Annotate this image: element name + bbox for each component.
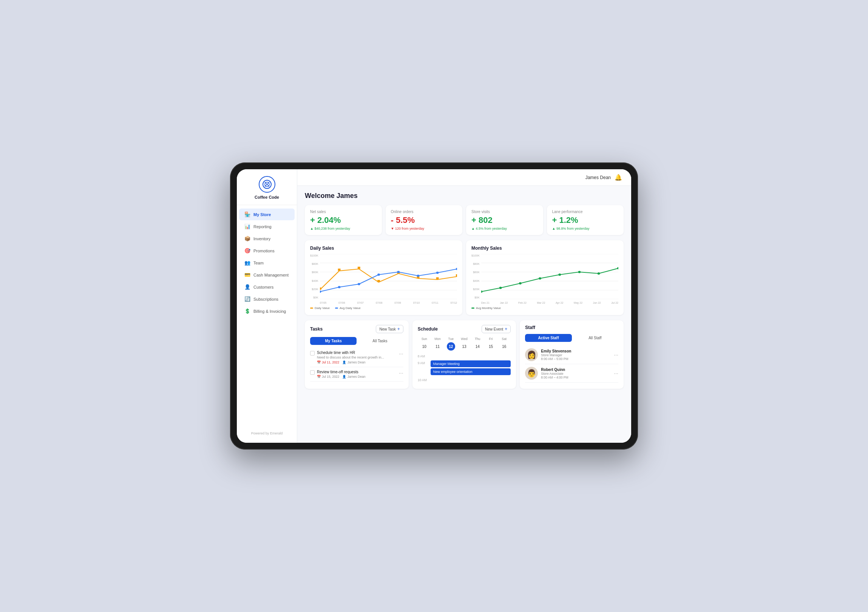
sidebar-item-label: Promotions (253, 249, 274, 253)
svg-rect-10 (320, 288, 321, 290)
kpi-sub: ▲ 98.8% from yesterday (552, 227, 619, 231)
cal-date[interactable]: 15 (487, 342, 495, 350)
kpi-card-netsales: Net sales + 2.04% ▲ $40,238 from yesterd… (305, 205, 382, 235)
daily-sales-chart: Daily Sales $100K $80K $60K $40K $20K $0… (305, 240, 462, 315)
svg-point-37 (578, 271, 581, 273)
sidebar-item-label: Cash Management (253, 273, 288, 277)
schedule-card: Schedule New Event + Sun Mon (412, 320, 516, 389)
staff-role: Store Associate (541, 372, 611, 375)
sidebar-item-label: Inventory (253, 237, 270, 241)
staff-info: Emily Stevenson Store Manager 8:00 AM – … (541, 349, 611, 361)
daily-chart-legend: Daily Value Avg Daily Value (310, 306, 457, 310)
tablet-frame: Coffee Code 🏪 My Store 📊 Reporting 📦 Inv… (230, 163, 638, 449)
svg-point-25 (456, 268, 457, 270)
staff-tabs: Active Staff All Staff (525, 334, 618, 342)
svg-point-24 (436, 272, 439, 274)
task-content: Review time-off requests 📅 Jul 15, 2022 … (317, 370, 397, 378)
tab-active-staff[interactable]: Active Staff (525, 334, 572, 342)
svg-point-35 (539, 277, 541, 280)
sidebar-item-team[interactable]: 👥 Team (239, 257, 294, 269)
daily-chart-title: Daily Sales (310, 246, 457, 251)
monthly-chart-legend: Avg Monthly Value (471, 306, 618, 310)
tasks-card: Tasks New Task + My Tasks All Tasks (305, 320, 409, 389)
main-content: James Dean 🔔 Welcome James Net sales + 2… (297, 169, 631, 443)
sidebar-item-mystore[interactable]: 🏪 My Store (239, 209, 294, 220)
sidebar-item-subscriptions[interactable]: 🔄 Subscriptions (239, 293, 294, 305)
task-date: 📅 Jul 11, 2022 (317, 360, 339, 364)
bottom-row: Tasks New Task + My Tasks All Tasks (305, 320, 624, 389)
monthly-y-labels: $100K $80K $60K $40K $20K $0K (471, 254, 481, 299)
task-meta: 📅 Jul 15, 2022 👤 James Dean (317, 375, 397, 378)
app-name: Coffee Code (254, 195, 279, 200)
cal-date-today[interactable]: 12 (447, 342, 455, 350)
svg-rect-13 (377, 280, 380, 282)
kpi-card-lane: Lane performance + 1.2% ▲ 98.8% from yes… (547, 205, 624, 235)
task-name: Schedule time with HR (317, 350, 397, 355)
staff-hours: 8:00 AM – 4:00 PM (541, 375, 611, 379)
sidebar-nav: 🏪 My Store 📊 Reporting 📦 Inventory 🎯 Pro… (237, 205, 297, 428)
task-checkbox[interactable] (310, 370, 315, 375)
task-meta: 📅 Jul 11, 2022 👤 James Dean (317, 360, 397, 364)
mystore-icon: 🏪 (244, 212, 250, 217)
sidebar-footer: Powered by Emerald (237, 428, 297, 438)
schedule-calendar: Sun Mon Tue Wed Thu Fri Sat 10 (418, 337, 511, 350)
staff-hours: 8:00 AM – 5:00 PM (541, 357, 611, 361)
kpi-value: - 5.5% (391, 215, 457, 225)
sidebar-item-label: Subscriptions (253, 297, 278, 302)
event-new-employee[interactable]: New employee orientation (431, 368, 511, 375)
welcome-title: Welcome James (305, 192, 624, 200)
task-more-icon[interactable]: ··· (399, 370, 403, 376)
staff-header: Staff (525, 325, 618, 330)
kpi-label: Net sales (310, 210, 377, 214)
svg-point-20 (358, 283, 360, 285)
sidebar-item-label: Team (253, 261, 264, 265)
time-label: 8 AM (418, 353, 428, 358)
staff-more-icon[interactable]: ··· (614, 352, 618, 358)
kpi-card-visits: Store visits + 802 ▲ 4.5% from yesterday (466, 205, 543, 235)
tasks-title: Tasks (310, 326, 322, 332)
sidebar-item-promotions[interactable]: 🎯 Promotions (239, 245, 294, 257)
kpi-value: + 1.2% (552, 215, 619, 225)
tab-all-staff[interactable]: All Staff (572, 334, 618, 342)
new-event-button[interactable]: New Event + (482, 325, 511, 333)
staff-item: 👨 Robert Quinn Store Associate 8:00 AM –… (525, 364, 618, 383)
svg-point-33 (499, 287, 502, 289)
header-user: James Dean 🔔 (586, 174, 622, 181)
svg-point-19 (338, 286, 340, 288)
staff-info: Robert Quinn Store Associate 8:00 AM – 4… (541, 367, 611, 379)
staff-more-icon[interactable]: ··· (614, 370, 618, 376)
cash-icon: 💳 (244, 272, 250, 278)
sidebar-item-inventory[interactable]: 📦 Inventory (239, 233, 294, 245)
daily-chart-plot: 07/05 07/06 07/07 07/08 07/09 07/10 07/1… (320, 254, 457, 304)
billing-icon: 💲 (244, 308, 250, 314)
sidebar-item-reporting[interactable]: 📊 Reporting (239, 221, 294, 232)
svg-point-36 (558, 274, 561, 276)
cal-date[interactable]: 14 (473, 342, 482, 350)
new-task-button[interactable]: New Task + (376, 325, 403, 333)
sidebar-item-cash[interactable]: 💳 Cash Management (239, 269, 294, 281)
team-icon: 👥 (244, 260, 250, 266)
cal-day-labels: Sun Mon Tue Wed Thu Fri Sat (418, 337, 511, 341)
cal-date[interactable]: 11 (434, 342, 442, 350)
svg-point-34 (519, 282, 522, 285)
sidebar-item-billing[interactable]: 💲 Billing & Invoicing (239, 305, 294, 317)
tasks-header: Tasks New Task + (310, 325, 403, 333)
cal-date[interactable]: 16 (500, 342, 508, 350)
task-more-icon[interactable]: ··· (399, 350, 403, 356)
cal-dates: 10 11 12 13 14 15 16 (418, 342, 511, 350)
event-manager-meeting[interactable]: Manager Meeting (431, 360, 511, 367)
svg-point-38 (597, 273, 600, 275)
task-checkbox[interactable] (310, 351, 315, 355)
cal-date[interactable]: 13 (460, 342, 468, 350)
promotions-icon: 🎯 (244, 248, 250, 254)
cal-date[interactable]: 10 (420, 342, 428, 350)
kpi-row: Net sales + 2.04% ▲ $40,238 from yesterd… (305, 205, 624, 235)
bell-icon[interactable]: 🔔 (615, 174, 622, 181)
sidebar-item-customers[interactable]: 👤 Customers (239, 281, 294, 293)
schedule-header: Schedule New Event + (418, 325, 511, 333)
reporting-icon: 📊 (244, 224, 250, 229)
tab-all-tasks[interactable]: All Tasks (356, 337, 403, 345)
tab-my-tasks[interactable]: My Tasks (310, 337, 356, 345)
charts-row: Daily Sales $100K $80K $60K $40K $20K $0… (305, 240, 624, 315)
kpi-label: Store visits (471, 210, 538, 214)
